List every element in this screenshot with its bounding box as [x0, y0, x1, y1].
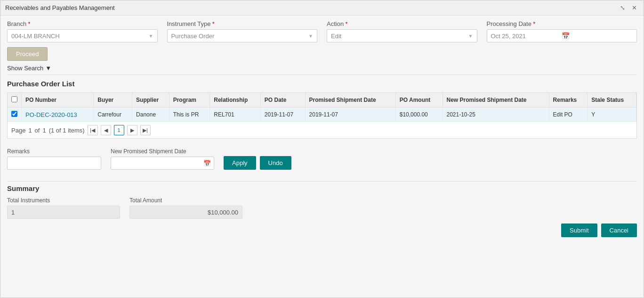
col-supplier: Supplier — [132, 93, 169, 108]
po-table-container: PO Number Buyer Supplier Program Relatio… — [7, 92, 637, 139]
summary-row: Total Instruments 1 Total Amount $10,000… — [7, 197, 637, 219]
main-window: Receivables and Payables Management ⤡ ✕ … — [0, 0, 644, 298]
page-current: 1 — [28, 127, 32, 134]
col-promised-shipment-date: Promised Shipment Date — [305, 93, 395, 108]
total-instruments-label: Total Instruments — [7, 197, 120, 204]
cell-buyer: Carrefour — [94, 108, 132, 122]
cell-remarks: Edit PO — [549, 108, 588, 122]
page-items-label: (1 of 1 items) — [49, 127, 85, 134]
total-instruments-value: 1 — [7, 206, 120, 219]
cell-program: This is PR — [169, 108, 210, 122]
close-button[interactable]: ✕ — [630, 3, 639, 12]
processing-date-group: Processing Date * Oct 25, 2021 📅 — [487, 20, 637, 42]
action-label: Action * — [327, 20, 477, 27]
show-search-arrow-icon: ▼ — [45, 65, 51, 72]
titlebar: Receivables and Payables Management ⤡ ✕ — [0, 0, 644, 16]
col-stale-status: Stale Status — [588, 93, 636, 108]
total-amount-group: Total Amount $10,000.00 — [129, 197, 242, 219]
col-remarks: Remarks — [549, 93, 588, 108]
cancel-button[interactable]: Cancel — [601, 224, 637, 237]
cell-po-amount: $10,000.00 — [395, 108, 443, 122]
last-page-button[interactable]: ▶| — [140, 125, 151, 135]
col-po-date: PO Date — [260, 93, 305, 108]
prev-page-button[interactable]: ◀ — [101, 125, 111, 135]
instrument-type-dropdown-arrow: ▼ — [308, 33, 313, 39]
divider — [7, 181, 637, 182]
titlebar-controls: ⤡ ✕ — [618, 3, 639, 12]
new-promised-date-label: New Promised Shipment Date — [111, 148, 214, 155]
new-promised-date-input[interactable] — [111, 159, 203, 168]
row-checkbox[interactable] — [11, 111, 17, 117]
action-group: Action * Edit ▼ — [327, 20, 477, 42]
edit-form-row: Remarks New Promised Shipment Date 📅 App… — [7, 143, 637, 174]
window-title: Receivables and Payables Management — [5, 4, 115, 11]
col-relationship: Relationship — [210, 93, 261, 108]
total-amount-value: $10,000.00 — [129, 206, 242, 219]
table-row[interactable]: PO-DEC-2020-013 Carrefour Danone This is… — [8, 108, 636, 122]
cell-po-date: 2019-11-07 — [260, 108, 305, 122]
new-promised-date-group: New Promised Shipment Date 📅 — [111, 148, 214, 170]
col-buyer: Buyer — [94, 93, 132, 108]
undo-button[interactable]: Undo — [260, 156, 291, 170]
row-checkbox-cell — [8, 108, 22, 122]
cell-new-promised-shipment-date: 2021-10-25 — [443, 108, 549, 122]
edit-form-buttons: Apply Undo — [224, 156, 291, 170]
instrument-type-group: Instrument Type * Purchase Order ▼ — [167, 20, 318, 42]
total-instruments-group: Total Instruments 1 — [7, 197, 120, 219]
page-total: 1 — [42, 127, 46, 134]
branch-dropdown-arrow: ▼ — [149, 33, 153, 39]
branch-select[interactable]: 004-LM BRANCH ▼ — [7, 29, 158, 42]
remarks-label: Remarks — [7, 148, 101, 155]
summary-title: Summary — [7, 184, 637, 192]
proceed-button[interactable]: Proceed — [7, 47, 48, 61]
processing-date-label: Processing Date * — [487, 20, 637, 27]
cell-stale-status: Y — [588, 108, 636, 122]
action-select[interactable]: Edit ▼ — [327, 29, 477, 42]
cell-supplier: Danone — [132, 108, 169, 122]
page-label: Page — [11, 127, 25, 134]
remarks-group: Remarks — [7, 148, 101, 170]
cell-relationship: REL701 — [210, 108, 261, 122]
instrument-type-label: Instrument Type * — [167, 20, 318, 27]
po-table: PO Number Buyer Supplier Program Relatio… — [8, 93, 636, 122]
col-po-amount: PO Amount — [395, 93, 443, 108]
new-promised-date-input-wrap[interactable]: 📅 — [111, 157, 214, 170]
apply-button[interactable]: Apply — [224, 156, 256, 170]
main-content: Branch * 004-LM BRANCH ▼ Instrument Type… — [0, 16, 644, 298]
po-number-link[interactable]: PO-DEC-2020-013 — [25, 111, 77, 118]
show-search-toggle[interactable]: Show Search ▼ — [7, 65, 637, 75]
top-form-row: Branch * 004-LM BRANCH ▼ Instrument Type… — [7, 20, 637, 42]
select-all-checkbox[interactable] — [11, 96, 17, 102]
col-program: Program — [169, 93, 210, 108]
processing-date-input[interactable]: Oct 25, 2021 📅 — [487, 29, 637, 42]
expand-button[interactable]: ⤡ — [618, 3, 627, 12]
submit-button[interactable]: Submit — [561, 224, 597, 237]
col-po-number: PO Number — [22, 93, 94, 108]
po-list-title: Purchase Order List — [7, 80, 637, 88]
first-page-button[interactable]: |◀ — [88, 125, 98, 135]
action-dropdown-arrow: ▼ — [468, 33, 473, 39]
header-checkbox-cell — [8, 93, 22, 108]
total-amount-label: Total Amount — [129, 197, 242, 204]
branch-group: Branch * 004-LM BRANCH ▼ — [7, 20, 158, 42]
page-of-label: of — [35, 127, 40, 134]
footer-buttons: Submit Cancel — [7, 219, 637, 239]
remarks-input[interactable] — [7, 157, 101, 170]
branch-label: Branch * — [7, 20, 158, 27]
instrument-type-select[interactable]: Purchase Order ▼ — [167, 29, 318, 42]
cell-promised-shipment-date: 2019-11-07 — [305, 108, 395, 122]
page-1-button[interactable]: 1 — [114, 125, 124, 135]
calendar-icon: 📅 — [562, 32, 633, 40]
cell-po-number: PO-DEC-2020-013 — [22, 108, 94, 122]
pagination: Page 1 of 1 (1 of 1 items) |◀ ◀ 1 ▶ ▶| — [8, 122, 636, 138]
new-date-calendar-icon: 📅 — [203, 160, 214, 167]
next-page-button[interactable]: ▶ — [127, 125, 137, 135]
summary-section: Summary Total Instruments 1 Total Amount… — [7, 184, 637, 219]
col-new-promised-shipment-date: New Promised Shipment Date — [443, 93, 549, 108]
